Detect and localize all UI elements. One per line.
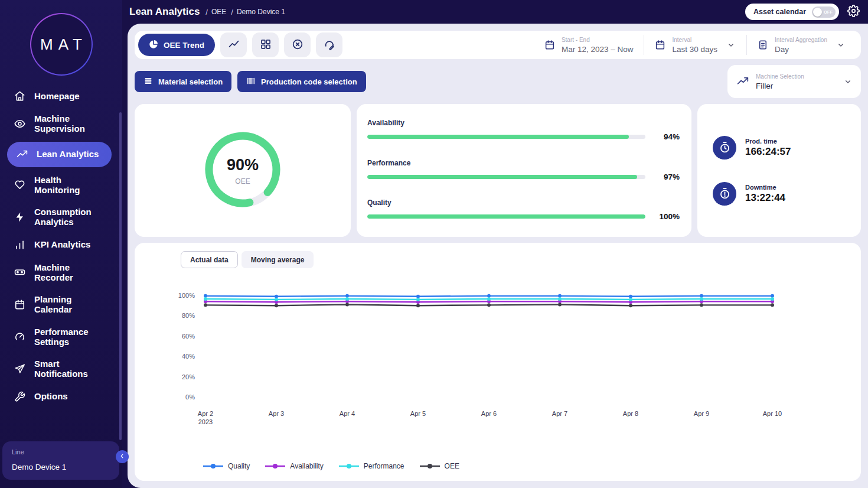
grid-icon (260, 38, 272, 52)
sidebar-item-planning-calendar[interactable]: Planning Calendar (0, 289, 115, 320)
calendar-icon (655, 40, 665, 50)
sidebar-item-lean-analytics[interactable]: Lean Analytics (7, 142, 112, 167)
gauge-edit-view-button[interactable] (316, 32, 342, 57)
svg-text:Apr 7: Apr 7 (552, 410, 567, 417)
sidebar-item-machine-recorder[interactable]: Machine Recorder (0, 257, 115, 288)
material-selection-label: Material selection (158, 77, 223, 86)
svg-text:100%: 100% (178, 292, 195, 299)
date-range-label: Start - End (562, 37, 634, 43)
svg-text:Apr 5: Apr 5 (410, 410, 426, 417)
chevron-left-icon (118, 452, 126, 462)
sidebar-item-machine-supervision[interactable]: Machine Supervision (0, 108, 115, 139)
svg-text:0%: 0% (185, 393, 195, 401)
bar-track (367, 175, 645, 179)
svg-text:40%: 40% (182, 353, 195, 360)
legend-item-performance[interactable]: Performance (339, 462, 404, 470)
legend-item-oee[interactable]: OEE (420, 462, 459, 470)
interval-value: Last 30 days (672, 45, 717, 54)
bolt-icon (14, 212, 26, 223)
legend-item-availability[interactable]: Availability (265, 462, 323, 470)
sidebar: MAT Homepage Machine Supervision Lean An… (0, 0, 122, 488)
trend-chart-card: Actual data Moving average 0%20%40%60%80… (135, 243, 861, 481)
svg-text:Apr 4: Apr 4 (340, 410, 355, 417)
calendar-icon (14, 299, 26, 310)
production-code-selection-button[interactable]: Production code selection (237, 71, 366, 92)
time-controls: Start - End Mar 12, 2023 – Now Interval … (534, 35, 856, 55)
oee-trend-chart[interactable]: 0%20%40%60%80%100%Apr 22023Apr 3Apr 4Apr… (146, 286, 849, 432)
breadcrumb-section[interactable]: OEE (211, 8, 226, 16)
pie-chart-icon (149, 40, 158, 51)
sidebar-item-smart-notifications[interactable]: Smart Notifications (0, 353, 115, 385)
svg-text:Apr 8: Apr 8 (623, 410, 638, 417)
aggregation-value: Day (775, 45, 827, 54)
chevron-down-icon (726, 40, 736, 50)
recorder-icon (14, 266, 26, 278)
machine-selection-dropdown[interactable]: Machine Selection Filler (727, 65, 861, 98)
oee-donut-chart (194, 121, 291, 220)
machine-selection-value: Filler (756, 82, 804, 90)
send-icon (14, 363, 26, 375)
oee-gauge-card: 90% OEE (135, 104, 351, 237)
page-title: Lean Analytics (129, 6, 200, 18)
sidebar-collapse-button[interactable] (116, 450, 129, 463)
tab-actual-data[interactable]: Actual data (181, 251, 238, 268)
sidebar-item-kpi-analytics[interactable]: KPI Analytics (0, 234, 115, 256)
sidebar-item-options[interactable]: Options (0, 386, 115, 408)
close-circle-view-button[interactable] (284, 32, 311, 57)
sidebar-item-health-monitoring[interactable]: Health Monitoring (0, 170, 115, 201)
bar-track (367, 135, 645, 139)
settings-button[interactable] (847, 5, 860, 19)
gauge-edit-icon (324, 38, 335, 52)
sidebar-item-homepage[interactable]: Homepage (0, 85, 115, 107)
chart-legend: Quality Availability Performance OEE (203, 462, 849, 470)
breadcrumb-device[interactable]: Demo Device 1 (237, 8, 285, 16)
bar-value: 100% (652, 212, 680, 221)
sidebar-scrollbar[interactable] (119, 112, 122, 440)
stopwatch-alert-icon (713, 182, 736, 206)
bar-track (367, 214, 645, 219)
sidebar-nav: Homepage Machine Supervision Lean Analyt… (0, 85, 122, 408)
interval-select[interactable]: Interval Last 30 days (644, 37, 746, 54)
toggle-state-text: OFF (824, 9, 833, 15)
oee-trend-button[interactable]: OEE Trend (138, 34, 215, 56)
trend-icon (17, 149, 28, 160)
document-icon (758, 40, 768, 50)
bar-value: 94% (652, 132, 680, 141)
view-toolbar: OEE Trend Start - End Mar 12, 2023 – Now (135, 31, 861, 59)
sidebar-item-performance-settings[interactable]: Performance Settings (0, 321, 115, 353)
svg-text:80%: 80% (182, 312, 195, 319)
aggregation-select[interactable]: Interval Aggregation Day (747, 37, 856, 54)
chart-tabs: Actual data Moving average (181, 251, 849, 268)
asset-calendar-toggle[interactable]: Asset calendar OFF (745, 4, 839, 20)
breadcrumb-separator: / (231, 8, 233, 17)
chevron-down-icon (836, 40, 846, 50)
kpi-bar-performance: Performance 97% (367, 159, 680, 181)
svg-text:Apr 3: Apr 3 (269, 410, 284, 417)
svg-text:Apr 2: Apr 2 (198, 410, 213, 417)
tab-moving-average[interactable]: Moving average (242, 251, 314, 268)
view-buttons (220, 32, 342, 57)
line-chart-icon (228, 38, 240, 52)
wrench-icon (14, 391, 26, 402)
asset-calendar-switch[interactable]: OFF (812, 6, 836, 18)
date-range-value: Mar 12, 2023 – Now (562, 45, 634, 54)
eye-icon (14, 118, 26, 129)
line-chart-view-button[interactable] (220, 32, 247, 57)
calendar-icon (544, 40, 555, 50)
material-selection-button[interactable]: Material selection (135, 71, 231, 92)
grid-view-button[interactable] (252, 32, 279, 57)
aggregation-label: Interval Aggregation (775, 37, 827, 43)
sidebar-item-consumption-analytics[interactable]: Consumption Analytics (0, 201, 115, 233)
legend-item-quality[interactable]: Quality (203, 462, 250, 470)
date-range-picker[interactable]: Start - End Mar 12, 2023 – Now (534, 37, 644, 54)
line-selector[interactable]: Line Demo Device 1 (2, 441, 119, 480)
bar-chart-icon (14, 239, 26, 250)
stopwatch-icon (713, 136, 736, 160)
svg-text:Apr 9: Apr 9 (694, 410, 709, 417)
svg-text:60%: 60% (182, 333, 195, 340)
chevron-down-icon (843, 77, 853, 86)
oee-trend-label: OEE Trend (164, 41, 204, 50)
svg-text:2023: 2023 (198, 418, 213, 425)
time-kpi-prod-time: Prod. time 166:24:57 (713, 136, 861, 160)
gear-icon (847, 5, 860, 19)
